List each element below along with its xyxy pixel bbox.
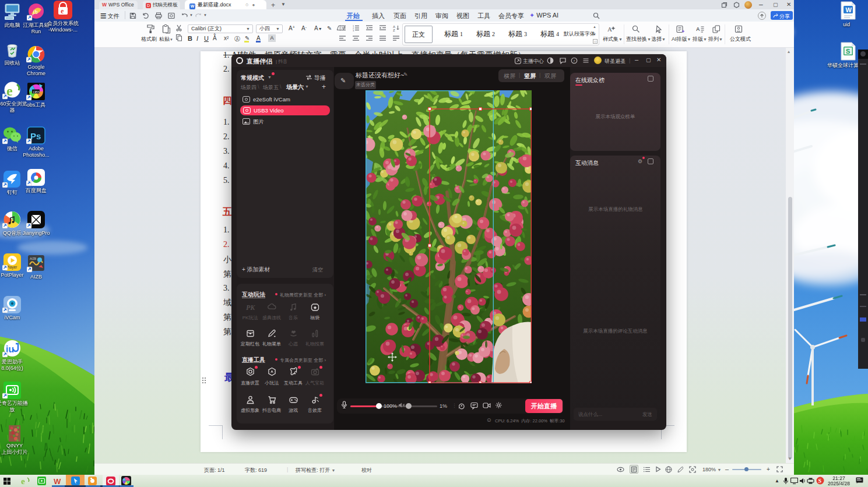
- svg-text:AIZB: AIZB: [30, 257, 37, 260]
- svg-text:jh: jh: [31, 8, 38, 15]
- svg-text:PK: PK: [246, 304, 255, 312]
- svg-text:W: W: [846, 6, 852, 13]
- svg-text:e: e: [21, 477, 25, 485]
- svg-text:3: 3: [353, 29, 354, 31]
- svg-text:Ps: Ps: [30, 131, 41, 141]
- svg-text:Z: Z: [393, 29, 395, 31]
- svg-text:A: A: [696, 26, 700, 32]
- svg-text:OBS: OBS: [33, 90, 40, 94]
- svg-text:Player: Player: [6, 265, 17, 270]
- svg-text:W: W: [54, 477, 61, 486]
- svg-text:A: A: [607, 26, 612, 33]
- svg-text:S: S: [818, 478, 822, 484]
- svg-text:?: ?: [573, 59, 575, 63]
- svg-text:S: S: [846, 48, 850, 55]
- svg-text:e: e: [61, 7, 64, 15]
